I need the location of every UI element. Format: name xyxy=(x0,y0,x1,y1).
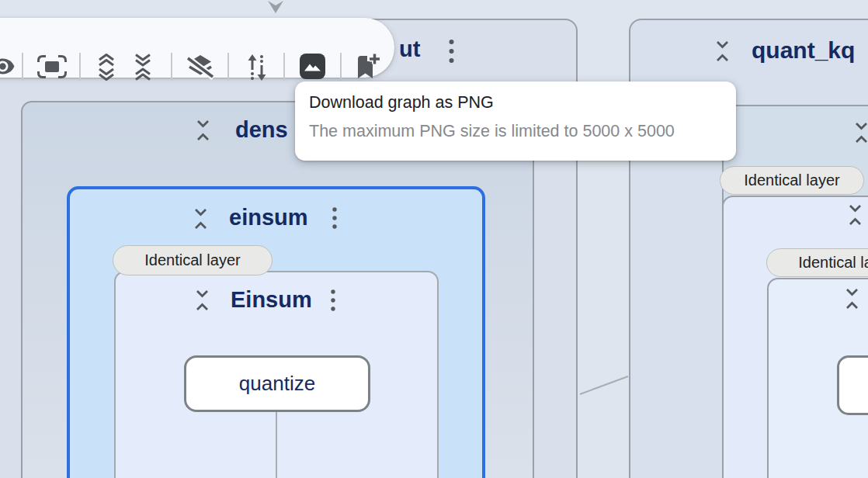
toolbar-separator xyxy=(79,53,81,81)
inner-einsum-layer-menu-icon[interactable] xyxy=(330,289,336,312)
download-png-icon[interactable] xyxy=(300,54,325,79)
collapse-all-layers-icon[interactable] xyxy=(133,53,153,81)
toolbar-separator xyxy=(340,53,342,81)
png-download-tooltip: Download graph as PNG The maximum PNG si… xyxy=(295,81,736,161)
op-node-right-clipped[interactable] xyxy=(837,355,868,415)
identical-layer-badge: Identical layer xyxy=(720,166,864,195)
toolbar-separator xyxy=(227,53,229,81)
edge-diagonal xyxy=(578,372,630,397)
toolbar-separator xyxy=(283,53,285,81)
collapse-layer-icon[interactable] xyxy=(845,287,859,310)
visibility-icon[interactable] xyxy=(0,54,15,78)
collapse-layer-icon[interactable] xyxy=(854,121,868,144)
op-node-label: quantize xyxy=(239,372,315,396)
toolbar-separator xyxy=(22,53,23,81)
collapse-layer-icon[interactable] xyxy=(195,289,210,312)
expand-all-layers-icon[interactable] xyxy=(96,53,116,81)
graph-toolbar xyxy=(0,18,394,78)
flatten-layers-icon[interactable] xyxy=(185,54,216,81)
fit-to-screen-icon[interactable] xyxy=(37,55,67,78)
layer-title-outer-left[interactable]: ut xyxy=(399,36,420,62)
layer-title-quant-kq[interactable]: quant_kq xyxy=(752,37,855,64)
add-bookmark-icon[interactable] xyxy=(354,53,382,81)
model-graph-canvas[interactable]: ut dens einsum Einsum quant_kq Id xyxy=(0,0,868,478)
einsum-layer-menu-icon[interactable] xyxy=(332,206,338,230)
outer-left-layer-menu-icon[interactable] xyxy=(448,38,455,64)
collapse-layer-icon[interactable] xyxy=(196,119,210,142)
layer-title-inner-einsum[interactable]: Einsum xyxy=(231,287,312,313)
tooltip-body: The maximum PNG size is limited to 5000 … xyxy=(309,122,722,141)
layer-title-dense[interactable]: dens xyxy=(235,117,288,143)
edge-arrowhead-icon xyxy=(266,1,285,15)
identical-layer-badge: Identical layer xyxy=(766,248,868,277)
op-node-quantize[interactable]: quantize xyxy=(184,355,370,412)
collapse-layer-icon[interactable] xyxy=(848,203,863,227)
toolbar-separator xyxy=(171,53,172,81)
collapse-layer-icon[interactable] xyxy=(193,207,208,230)
layer-title-einsum[interactable]: einsum xyxy=(229,205,308,230)
collapse-layer-icon[interactable] xyxy=(715,40,730,63)
vertical-spacing-icon[interactable] xyxy=(246,54,268,81)
identical-layer-badge: Identical layer xyxy=(113,245,273,275)
tooltip-title: Download graph as PNG xyxy=(309,93,722,113)
edge-from-quantize xyxy=(276,412,277,478)
